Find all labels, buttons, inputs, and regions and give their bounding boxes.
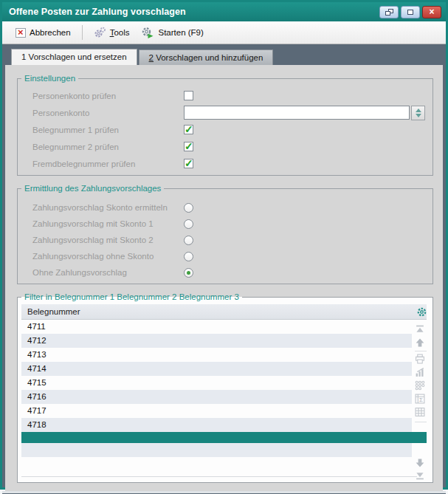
table-row[interactable]: 4714 [21,362,412,376]
settings-gear-icon[interactable] [416,306,427,318]
radio-row: Zahlungsvorschlag mit Skonto 2 [32,232,425,248]
field-row: Belegnummer 2 prüfen [32,138,425,155]
start-label: Starten (F9) [158,28,203,37]
close-x-icon: × [429,7,434,16]
mit-skonto2-label: Zahlungsvorschlag mit Skonto 2 [32,236,184,244]
field-row: Fremdbelegnummer prüfen [32,155,425,172]
tools-label: Tools [110,28,130,37]
settings-group: Einstellungen Personenkonto prüfen Perso… [17,74,433,176]
table-row[interactable]: 4712 [21,334,412,348]
spinner-up-icon [416,109,421,112]
tab-vorschlagen-hinzufuegen[interactable]: 2 Vorschlagen und hinzufügen [139,49,274,65]
restore-icon [385,9,393,16]
table-header[interactable]: Belegnummer [21,304,427,320]
cancel-document-icon: × [15,28,26,38]
chart-edit-icon[interactable] [415,367,425,377]
new-row-line [21,476,417,477]
radio-row: Zahlungsvorschlag ohne Skonto [32,248,425,264]
table-row[interactable]: 4717 [21,404,412,418]
gear-start-icon [141,27,154,39]
radio-row: Ohne Zahlungsvorschlag [32,264,425,281]
fremdbelegnummer-pruefen-label: Fremdbelegnummer prüfen [32,159,184,168]
personenkonto-pruefen-label: Personenkonto prüfen [32,92,184,100]
toolbar-separator [82,25,83,40]
belegnummer-table: Belegnummer 4711 4712 4713 4714 4715 471… [21,304,430,480]
strip-separator [415,351,427,351]
box-icon [407,10,413,15]
proposal-group: Ermittlung des Zahlungsvorschlages Zahlu… [17,184,433,284]
cancel-button[interactable]: × Abbrechen [10,25,77,41]
table-row-selected[interactable] [21,432,427,443]
spinner-down-icon [416,114,421,117]
scroll-up-icon[interactable] [415,337,425,348]
cancel-label: Abbrechen [30,28,71,37]
radio-row: Zahlungsvorschlag mit Skonto 1 [32,216,425,232]
print-icon[interactable] [415,354,425,364]
table-header-label: Belegnummer [27,307,80,316]
settings-group-title: Einstellungen [21,74,78,83]
personenkonto-pruefen-checkbox[interactable] [184,91,193,100]
ohne-zahlungsvorschlag-radio[interactable] [184,268,193,278]
radio-row: Zahlungsvorschlag Skonto ermitteln [32,199,425,216]
window-title: Offene Posten zur Zahlung vorschlagen [9,7,379,17]
tab-strip: 1 Vorschlagen und ersetzen 2 Vorschlagen… [2,44,446,65]
personenkonto-input[interactable] [184,106,410,120]
table-row[interactable]: 4716 [21,390,412,404]
scroll-bottom-icon[interactable] [415,470,425,481]
svg-text:Σ: Σ [419,397,423,403]
field-row: Personenkonto prüfen [32,87,425,104]
tab-vorschlagen-ersetzen[interactable]: 1 Vorschlagen und ersetzen [11,49,137,65]
field-row: Personenkonto [32,104,425,121]
scroll-down-icon[interactable] [415,458,425,468]
lookup-spinner-button[interactable] [411,106,425,120]
belegnummer1-pruefen-checkbox[interactable] [184,125,193,134]
table-row-empty[interactable] [21,443,412,457]
strip-separator [415,422,427,422]
ohne-zahlungsvorschlag-label: Ohne Zahlungsvorschlag [32,268,184,277]
scroll-top-icon[interactable] [415,324,425,335]
dialog-window: Offene Posten zur Zahlung vorschlagen × … [0,0,448,490]
field-row: Belegnummer 1 prüfen [32,121,425,138]
content-panel: Einstellungen Personenkonto prüfen Perso… [5,65,443,491]
proposal-group-title: Ermittlung des Zahlungsvorschlages [21,184,164,193]
restore-button[interactable] [379,6,399,18]
filter-group: Filter in Belegnummer 1 Belegnummer 2 Be… [17,292,433,483]
mit-skonto1-label: Zahlungsvorschlag mit Skonto 1 [32,219,184,228]
maximize-button[interactable] [401,6,420,18]
group-dots-icon[interactable] [415,380,425,391]
window-controls: × [379,6,441,18]
screen: Offene Posten zur Zahlung vorschlagen × … [0,0,448,494]
close-button[interactable]: × [422,6,441,18]
table-row[interactable]: 4715 [21,376,412,390]
start-button[interactable]: Starten (F9) [135,24,209,42]
table-row[interactable]: 4711 [21,320,412,334]
ohne-skonto-label: Zahlungsvorschlag ohne Skonto [32,252,184,261]
filter-group-title: Filter in Belegnummer 1 Belegnummer 2 Be… [21,292,242,301]
ohne-skonto-radio[interactable] [184,252,193,261]
grid-table-icon[interactable] [415,407,425,417]
skonto-ermitteln-radio[interactable] [184,203,193,213]
title-bar: Offene Posten zur Zahlung vorschlagen × [2,2,446,21]
window-bottom-frame [2,491,446,494]
fremdbelegnummer-pruefen-checkbox[interactable] [184,159,193,168]
belegnummer2-pruefen-label: Belegnummer 2 prüfen [32,143,184,151]
gears-icon [94,27,106,38]
belegnummer2-pruefen-checkbox[interactable] [184,142,193,151]
personenkonto-label: Personenkonto [32,109,184,117]
skonto-ermitteln-label: Zahlungsvorschlag Skonto ermitteln [32,203,184,212]
belegnummer1-pruefen-label: Belegnummer 1 prüfen [32,126,184,134]
sum-table-icon[interactable]: Σ [415,394,425,404]
tools-button[interactable]: Tools [88,24,136,41]
mit-skonto2-radio[interactable] [184,236,193,245]
mit-skonto1-radio[interactable] [184,219,193,229]
table-row[interactable]: 4718 [21,418,412,432]
toolbar: × Abbrechen Tools Starten (F9) [2,21,446,44]
table-row[interactable]: 4713 [21,348,412,362]
